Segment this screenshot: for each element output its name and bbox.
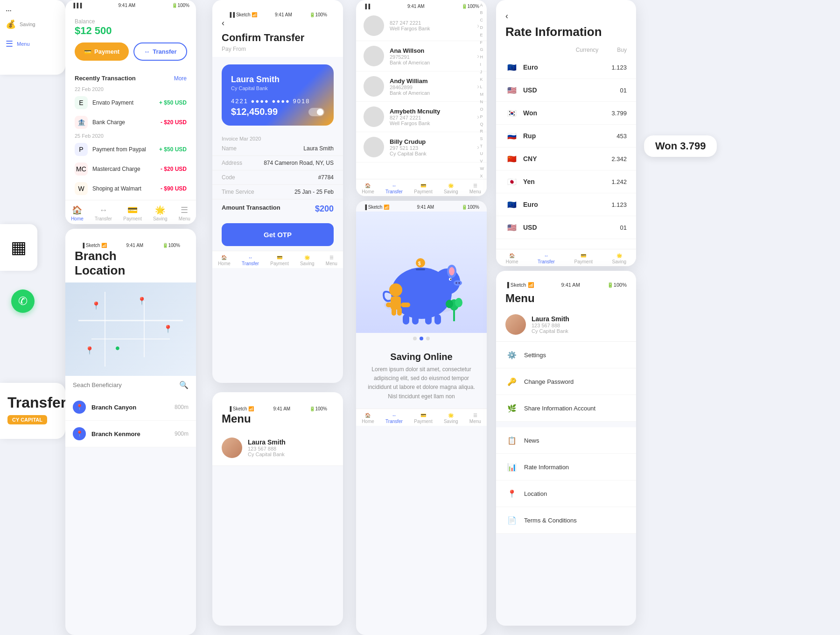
dot-2 [420,337,423,340]
col-currency: Currency [576,47,599,53]
recent-title: Recently Transaction [75,75,136,82]
nav-transfer-saving-label: Transfer [385,419,403,424]
nav-saving[interactable]: 🌟 Saving [153,205,168,221]
branch-item-canyon[interactable]: 📍 Branch Canyon 800m [65,394,196,421]
transfer-button[interactable]: ↔ Transfer [133,42,187,61]
rate-euro-2[interactable]: 🇪🇺 Euro 1.123 [496,193,636,216]
rate-cny[interactable]: 🇨🇳 CNY 2.342 [496,148,636,170]
rate-info-icon: 📊 [505,460,518,473]
nav-payment-rate-label: Payment [574,259,593,264]
nav-payment-rate[interactable]: 💳 Payment [574,253,593,264]
rate-yen[interactable]: 🇯🇵 Yen 1.242 [496,170,636,193]
nav-transfer-confirm[interactable]: ↔ Transfer [242,255,259,266]
nav-saving-rate[interactable]: 🌟 Saving [612,253,627,264]
rate-back-button[interactable]: ‹ [505,11,627,21]
info-name-row: Name Laura Smith [212,141,343,156]
rate-won[interactable]: 🇰🇷 Won 3.799 [496,102,636,125]
saving-nav[interactable]: 💰 Saving [0,14,65,34]
nav-saving-saving[interactable]: 🌟 Saving [444,413,458,424]
nav-transfer[interactable]: ↔ Transfer [95,205,112,221]
rate-euro-2-val: 1.123 [599,201,627,208]
nav-menu-confirm[interactable]: ☰ Menu [326,255,337,266]
nav-home-confirm[interactable]: 🏠 Home [218,255,231,266]
branch-item-kenmore[interactable]: 📍 Branch Kenmore 900m [65,421,196,447]
contact-row-first[interactable]: 827 247 2221 Well Fargos Bank › [356,11,487,41]
flag-cny: 🇨🇳 [505,152,518,165]
menu-panel-right: ▐ Sketch 📶 9:41 AM 🔋100% Menu Laura Smit… [496,271,636,626]
rate-euro-1[interactable]: 🇪🇺 Euro 1.123 [496,56,636,79]
nav-menu-contacts[interactable]: ☰Menu [469,183,481,194]
alpha-s: S [480,136,484,141]
nav-transfer-label: Transfer [95,216,112,221]
branch-panel: ▐ Sketch 📶 9:41 AM 🔋100% BranchLocation … [65,229,196,635]
payment-button[interactable]: 💳 Payment [75,42,129,61]
branch-dist-canyon: 800m [175,404,189,410]
menu-item-change-password[interactable]: 🔑 Change Password [496,368,636,395]
svg-point-4 [449,267,455,275]
contact-row-ana[interactable]: Ana Willson 2975291 Bank of American › [356,41,487,71]
whatsapp-button[interactable]: ✆ [11,289,35,313]
nav-saving-confirm[interactable]: 🌟 Saving [300,255,315,266]
rate-rup-val: 453 [599,133,627,140]
nav-transfer-rate-label: Transfer [538,259,555,264]
battery-branch: 🔋100% [162,243,180,248]
nav-transfer-contacts[interactable]: ↔Transfer [385,183,403,194]
contact-info-ana: Ana Willson 2975291 Bank of American [390,47,430,65]
nav-payment-label: Payment [123,216,141,221]
change-password-label: Change Password [524,378,574,385]
terms-label: Terms & Conditions [524,517,577,524]
nav-home-contacts[interactable]: 🏠Home [362,183,374,194]
menu-item-settings[interactable]: ⚙️ Settings [496,342,636,368]
menu-item-news[interactable]: 📋 News [496,427,636,454]
menu-item-share-info[interactable]: 🌿 Share Information Account [496,395,636,422]
menu-nav[interactable]: ☰ Menu [0,34,65,54]
contact-row-billy[interactable]: Billy Crudup 297 521 123 Cy Capital Bank… [356,132,487,162]
rate-rup[interactable]: 🇷🇺 Rup 453 [496,125,636,148]
nav-payment-contacts[interactable]: 💳Payment [414,183,432,194]
rate-usd-2[interactable]: 🇺🇸 USD 01 [496,216,636,239]
menu-item-location[interactable]: 📍 Location [496,480,636,507]
nav-menu-saving[interactable]: ☰ Menu [469,413,481,424]
alpha-k: K [480,77,484,82]
nav-saving-contacts[interactable]: 🌟Saving [444,183,458,194]
confirm-back-button[interactable]: ‹ [222,18,334,28]
search-input[interactable] [73,381,179,388]
payment-icon-saving: 💳 [420,413,426,418]
alpha-b: B [480,10,484,15]
menu-right-user-id: 123 567 888 [532,323,569,328]
menu-item-rate-info[interactable]: 📊 Rate Information [496,454,636,480]
won-value: Won 3.799 [655,140,706,152]
svg-point-7 [454,280,462,286]
nav-payment-confirm[interactable]: 💳 Payment [270,255,288,266]
bank-icon: 🏦 [77,119,85,126]
otp-button[interactable]: Get OTP [222,223,334,246]
alpha-a: A [480,3,484,7]
alpha-t: T [480,144,484,148]
amount-val: $200 [315,204,334,214]
branch-title: BranchLocation [75,249,187,278]
nav-home-rate[interactable]: 🏠 Home [506,253,518,264]
payment-icon-confirm: 💳 [277,255,282,260]
settings-icon: ⚙️ [505,348,518,361]
nav-home-saving[interactable]: 🏠 Home [362,413,374,424]
menu-icon-saving: ☰ [473,413,477,418]
nav-transfer-saving[interactable]: ↔ Transfer [385,413,403,424]
nav-menu[interactable]: ☰ Menu [179,205,190,221]
nav-payment-saving[interactable]: 💳 Payment [414,413,432,424]
nav-home[interactable]: 🏠 Home [71,205,84,221]
balance-label: Balance [75,18,187,25]
rate-usd-1[interactable]: 🇺🇸 USD 01 [496,79,636,102]
menu-item-terms[interactable]: 📄 Terms & Conditions [496,507,636,534]
dot-1 [413,337,417,340]
bank-card-wrap: Laura Smith Cy Capital Bank 4221 ●●●● ●●… [212,57,343,133]
more-link[interactable]: More [174,75,187,82]
card-toggle[interactable] [308,108,324,116]
envato-icon: E [79,99,83,106]
nav-payment[interactable]: 💳 Payment [123,205,141,221]
flag-rup: 🇷🇺 [505,129,518,142]
nav-transfer-rate[interactable]: ↔ Transfer [538,253,555,264]
acct-ana: 2975291 [390,54,430,60]
name-billy: Billy Crudup [390,138,427,145]
contact-row-amybeth[interactable]: Amybeth Mcnulty 827 247 2221 Well Fargos… [356,102,487,132]
contact-row-andy[interactable]: Andy William 28462899 Bank of American › [356,71,487,102]
